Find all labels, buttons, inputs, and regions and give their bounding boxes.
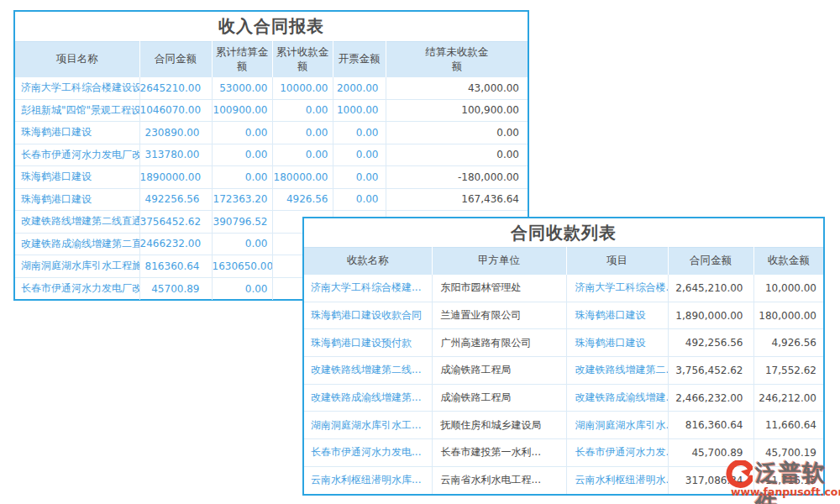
cell: 0.00 (386, 122, 528, 144)
table-row[interactable]: 长春市伊通河水力发电厂改建工程313780.000.000.000.000.00 (15, 144, 528, 166)
link-cell[interactable]: 10000.00 (272, 77, 333, 100)
link-cell[interactable]: 济南大学工科综合楼建设设计项目 (15, 77, 139, 100)
link-cell[interactable]: 0.00 (212, 277, 272, 300)
link-cell[interactable]: 珠海鹤港口建设 (566, 302, 668, 329)
column-header: 项目 (566, 248, 668, 275)
link-cell[interactable]: 云南水利枢纽潜明水... (566, 466, 668, 494)
link-cell[interactable]: 0.00 (333, 144, 386, 166)
cell: 2,645,210.00 (668, 275, 753, 302)
link-cell[interactable]: 1046070.00 (139, 99, 212, 122)
link-cell[interactable]: 长春市伊通河水力发电厂改建工程 (15, 144, 139, 166)
link-cell[interactable]: 1890000.00 (139, 166, 212, 189)
brand-url: www.fanpusoft.com (731, 486, 840, 498)
link-cell[interactable]: 0.00 (272, 99, 333, 122)
column-header: 项目名称 (15, 42, 139, 77)
cell: 246,212.00 (753, 384, 823, 412)
table-row[interactable]: 湖南洞庭湖水库引水工...抚顺住房和城乡建设局湖南洞庭湖水库引水...816,3… (304, 412, 823, 439)
link-cell[interactable]: 0.00 (272, 144, 333, 166)
link-cell[interactable]: 53000.00 (212, 77, 272, 100)
link-cell[interactable]: 390796.52 (212, 211, 272, 234)
link-cell[interactable]: 0.00 (333, 166, 386, 189)
link-cell[interactable]: 0.00 (333, 122, 386, 144)
link-cell[interactable]: 2466232.00 (139, 233, 212, 255)
link-cell[interactable]: 珠海鹤港口建设 (566, 329, 668, 357)
link-cell[interactable]: 0.00 (212, 233, 272, 255)
link-cell[interactable]: 172363.20 (212, 188, 272, 211)
link-cell[interactable]: 济南大学工科综合楼... (566, 275, 668, 302)
link-cell[interactable]: 湖南洞庭湖水库引水工程施工标段 (15, 255, 139, 278)
fanpu-logo-icon (726, 460, 753, 489)
link-cell[interactable]: 1630650.00 (212, 255, 272, 278)
contract-payment-list-panel: 合同收款列表 收款名称甲方单位项目合同金额收款金额 济南大学工科综合楼建...东… (302, 217, 825, 496)
link-cell[interactable]: 珠海鹤港口建设 (15, 122, 139, 144)
table-row[interactable]: 济南大学工科综合楼建...东阳市园林管理处济南大学工科综合楼...2,645,2… (304, 275, 823, 302)
cell: 兰迪置业有限公司 (432, 302, 566, 329)
table-row[interactable]: 珠海鹤港口建设230890.000.000.000.000.00 (15, 122, 528, 144)
cell: 云南省水利水电工程... (432, 466, 566, 494)
link-cell[interactable]: 45700.89 (139, 277, 212, 300)
link-cell[interactable]: 100900.00 (212, 99, 272, 122)
link-cell[interactable]: 改建铁路成渝线增建第... (304, 384, 432, 412)
cell: -180,000.00 (386, 166, 528, 189)
cell: 2,466,232.00 (668, 384, 753, 412)
cell: 17,552.62 (753, 357, 823, 385)
column-header: 收款名称 (304, 248, 432, 275)
link-cell[interactable]: 珠海鹤港口建设收款合同 (304, 302, 432, 329)
cell: 11,660.64 (753, 412, 823, 439)
link-cell[interactable]: 0.00 (333, 188, 386, 211)
link-cell[interactable]: 2000.00 (333, 77, 386, 100)
link-cell[interactable]: 珠海鹤港口建设 (15, 188, 139, 211)
link-cell[interactable]: 816360.64 (139, 255, 212, 278)
link-cell[interactable]: 4926.56 (272, 188, 333, 211)
link-cell[interactable]: 长春市伊通河水力发... (566, 439, 668, 467)
table-row[interactable]: 珠海鹤港口建设492256.56172363.204926.560.00167,… (15, 188, 528, 211)
link-cell[interactable]: 云南水利枢纽潜明水库... (304, 466, 432, 494)
link-cell[interactable]: 0.00 (272, 122, 333, 144)
link-cell[interactable]: 彭祖新城"四馆"景观工程设计项目 (15, 99, 139, 122)
link-cell[interactable]: 改建铁路线增建第二... (566, 357, 668, 385)
table-row[interactable]: 珠海鹤港口建设1890000.000.00180000.000.00-180,0… (15, 166, 528, 189)
link-cell[interactable]: 珠海鹤港口建设 (15, 166, 139, 189)
column-header: 累计收款金额 (272, 42, 333, 77)
link-cell[interactable]: 湖南洞庭湖水库引水... (566, 412, 668, 439)
cell: 4,926.56 (753, 329, 823, 357)
cell: 成渝铁路工程局 (432, 357, 566, 385)
link-cell[interactable]: 珠海鹤港口建设预付款 (304, 329, 432, 357)
table-row[interactable]: 珠海鹤港口建设收款合同兰迪置业有限公司珠海鹤港口建设1,890,000.0018… (304, 302, 823, 329)
link-cell[interactable]: 改建铁路线增建第二线... (304, 357, 432, 385)
link-cell[interactable]: 2645210.00 (139, 77, 212, 100)
link-cell[interactable]: 0.00 (212, 166, 272, 189)
payment-list-title: 合同收款列表 (304, 218, 823, 247)
cell: 492,256.56 (668, 329, 753, 357)
table-row[interactable]: 济南大学工科综合楼建设设计项目2645210.0053000.0010000.0… (15, 77, 528, 100)
cell: 东阳市园林管理处 (432, 275, 566, 302)
table-row[interactable]: 彭祖新城"四馆"景观工程设计项目1046070.00100900.000.001… (15, 99, 528, 122)
link-cell[interactable]: 313780.00 (139, 144, 212, 166)
table-row[interactable]: 改建铁路成渝线增建第...成渝铁路工程局改建铁路成渝线增建...2,466,23… (304, 384, 823, 412)
link-cell[interactable]: 180000.00 (272, 166, 333, 189)
link-cell[interactable]: 改建铁路线增建第二线直通线 (15, 211, 139, 234)
link-cell[interactable]: 1000.00 (333, 99, 386, 122)
column-header: 甲方单位 (432, 248, 566, 275)
table-row[interactable]: 珠海鹤港口建设预付款广州高速路有限公司珠海鹤港口建设492,256.564,92… (304, 329, 823, 357)
cell: 成渝铁路工程局 (432, 384, 566, 412)
link-cell[interactable]: 0.00 (212, 144, 272, 166)
link-cell[interactable]: 3756452.62 (139, 211, 212, 234)
link-cell[interactable]: 230890.00 (139, 122, 212, 144)
link-cell[interactable]: 492256.56 (139, 188, 212, 211)
link-cell[interactable]: 改建铁路成渝线增建... (566, 384, 668, 412)
link-cell[interactable]: 长春市伊通河水力发电... (304, 439, 432, 467)
link-cell[interactable]: 0.00 (212, 122, 272, 144)
table-row[interactable]: 改建铁路线增建第二线...成渝铁路工程局改建铁路线增建第二...3,756,45… (304, 357, 823, 385)
cell: 0.00 (386, 144, 528, 166)
cell: 167,436.64 (386, 188, 528, 211)
link-cell[interactable]: 改建铁路成渝线增建第二直通线 (15, 233, 139, 255)
cell: 抚顺住房和城乡建设局 (432, 412, 566, 439)
cell: 180,000.00 (753, 302, 823, 329)
link-cell[interactable]: 济南大学工科综合楼建... (304, 275, 432, 302)
column-header: 结算未收款金额 (386, 42, 528, 77)
link-cell[interactable]: 长春市伊通河水力发电厂改建工程 (15, 277, 139, 300)
column-header: 收款金额 (753, 248, 823, 275)
link-cell[interactable]: 湖南洞庭湖水库引水工... (304, 412, 432, 439)
income-report-title: 收入合同报表 (15, 12, 528, 41)
